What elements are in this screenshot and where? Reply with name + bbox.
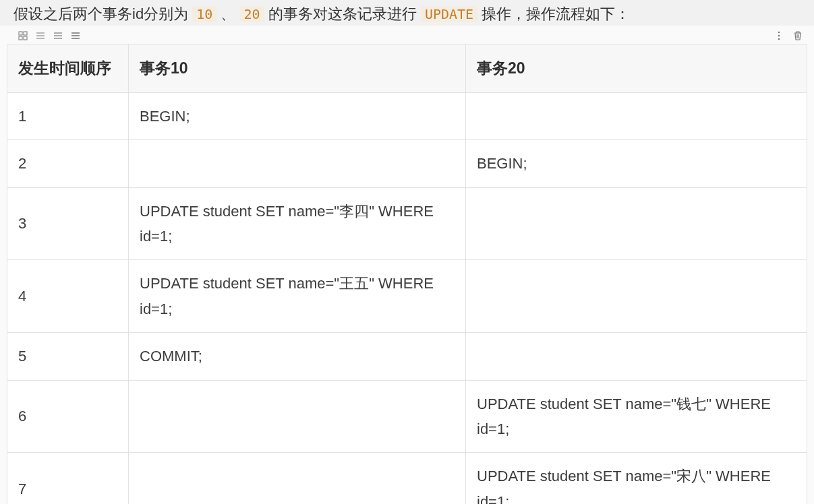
svg-rect-2 [19, 36, 22, 40]
cell-t10[interactable] [129, 140, 466, 187]
intro-sep1: 、 [216, 5, 239, 22]
more-vertical-icon[interactable] [774, 30, 784, 41]
header-tx10: 事务10 [129, 44, 466, 92]
cell-t10[interactable]: COMMIT; [129, 333, 466, 380]
table-row: 1 BEGIN; [7, 92, 807, 139]
cell-t10[interactable] [129, 380, 466, 453]
cell-n: 1 [7, 92, 129, 139]
cell-n: 5 [7, 333, 129, 380]
cell-n: 4 [7, 260, 129, 333]
intro-mid: 的事务对这条记录进行 [264, 5, 421, 22]
table-header-row: 发生时间顺序 事务10 事务20 [7, 44, 807, 92]
cell-n: 6 [7, 380, 129, 453]
svg-rect-0 [19, 32, 22, 35]
trash-icon[interactable] [792, 30, 803, 41]
table-toolbar [7, 28, 807, 44]
intro-suffix: 操作，操作流程如下： [477, 5, 630, 22]
list-medium-icon[interactable] [53, 30, 63, 41]
cell-n: 7 [7, 453, 129, 504]
intro-op-code: UPDATE [421, 6, 477, 22]
cell-n: 3 [7, 187, 129, 260]
header-time: 发生时间顺序 [7, 44, 129, 92]
intro-prefix: 假设之后两个事务id分别为 [13, 5, 192, 22]
intro-text: 假设之后两个事务id分别为 10 、 20 的事务对这条记录进行 UPDATE … [7, 0, 807, 28]
cell-t10[interactable]: BEGIN; [129, 92, 466, 139]
svg-point-13 [778, 31, 780, 33]
cell-t20[interactable] [466, 260, 807, 333]
intro-tx1-code: 10 [192, 6, 216, 22]
cell-t20[interactable]: BEGIN; [466, 140, 807, 187]
cell-t20[interactable] [466, 333, 807, 380]
table-row: 5 COMMIT; [7, 333, 807, 380]
svg-rect-3 [24, 36, 27, 40]
table-row: 3 UPDATE student SET name="李四" WHERE id=… [7, 187, 807, 260]
cell-t20[interactable] [466, 92, 807, 139]
list-large-icon[interactable] [70, 30, 81, 41]
cell-t10[interactable] [129, 453, 466, 504]
cell-t10[interactable]: UPDATE student SET name="王五" WHERE id=1; [129, 260, 466, 333]
table-row: 7 UPDATE student SET name="宋八" WHERE id=… [7, 453, 807, 504]
transaction-table: 发生时间顺序 事务10 事务20 1 BEGIN; 2 BEGIN; 3 UPD… [7, 44, 807, 504]
header-tx20: 事务20 [466, 44, 807, 92]
list-small-icon[interactable] [35, 30, 46, 41]
svg-rect-1 [24, 32, 27, 35]
table-row: 4 UPDATE student SET name="王五" WHERE id=… [7, 260, 807, 333]
svg-point-15 [778, 38, 780, 40]
grid-icon[interactable] [18, 30, 28, 41]
cell-t10[interactable]: UPDATE student SET name="李四" WHERE id=1; [129, 187, 466, 260]
cell-t20[interactable]: UPDATE student SET name="宋八" WHERE id=1; [466, 453, 807, 504]
cell-t20[interactable] [466, 187, 807, 260]
table-row: 2 BEGIN; [7, 140, 807, 187]
cell-n: 2 [7, 140, 129, 187]
svg-point-14 [778, 34, 780, 36]
table-row: 6 UPDATE student SET name="钱七" WHERE id=… [7, 380, 807, 453]
cell-t20[interactable]: UPDATE student SET name="钱七" WHERE id=1; [466, 380, 807, 453]
intro-tx2-code: 20 [240, 6, 264, 22]
